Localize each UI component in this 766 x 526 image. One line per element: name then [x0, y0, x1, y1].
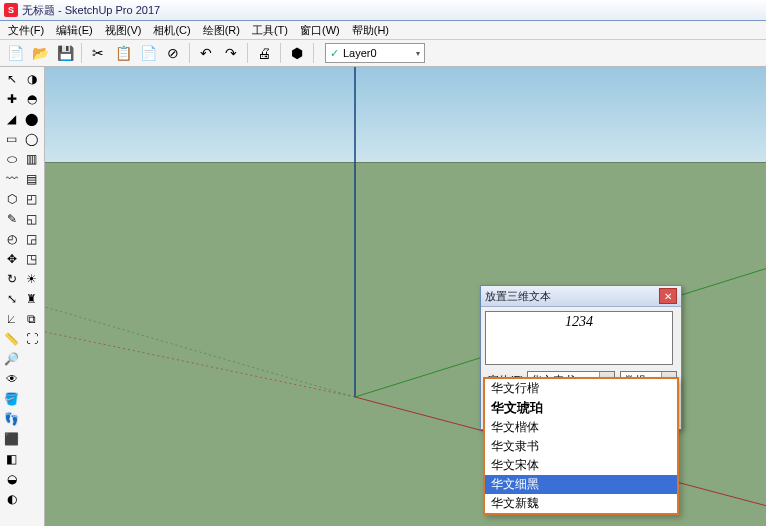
window-title: 无标题 - SketchUp Pro 2017 — [22, 3, 160, 18]
tool-button[interactable]: ◴ — [2, 229, 21, 248]
font-option[interactable]: 华文琥珀 — [485, 398, 677, 418]
menu-item[interactable]: 视图(V) — [99, 21, 148, 40]
tool-button[interactable]: ▭ — [2, 129, 21, 148]
tool-button[interactable]: ◑ — [22, 69, 41, 88]
tool-button[interactable]: ↖ — [2, 69, 21, 88]
tool-button[interactable]: ◳ — [22, 249, 41, 268]
separator — [247, 43, 248, 63]
delete-button[interactable]: ⊘ — [162, 42, 184, 64]
tool-button[interactable]: ◢ — [2, 109, 21, 128]
tool-button[interactable]: ☀ — [22, 269, 41, 288]
separator — [189, 43, 190, 63]
separator — [280, 43, 281, 63]
separator — [313, 43, 314, 63]
tool-button[interactable]: ✎ — [2, 209, 21, 228]
tool-button[interactable]: 〰 — [2, 169, 21, 188]
redo-button[interactable]: ↷ — [220, 42, 242, 64]
font-option[interactable]: 华文宋体 — [485, 456, 677, 475]
font-option[interactable]: 华文楷体 — [485, 418, 677, 437]
tool-button[interactable]: 🪣 — [2, 389, 21, 408]
tool-button[interactable]: ◐ — [2, 489, 21, 508]
menu-item[interactable]: 文件(F) — [2, 21, 50, 40]
main-toolbar: 📄 📂 💾 ✂ 📋 📄 ⊘ ↶ ↷ 🖨 ⬢ ✓ Layer0 ▾ — [0, 40, 766, 67]
cut-button[interactable]: ✂ — [87, 42, 109, 64]
menu-item[interactable]: 帮助(H) — [346, 21, 395, 40]
layer-dropdown[interactable]: ✓ Layer0 ▾ — [325, 43, 425, 63]
layer-visible-check: ✓ — [330, 47, 339, 60]
tool-button[interactable]: ✚ — [2, 89, 21, 108]
tool-button[interactable]: ⬛ — [2, 429, 21, 448]
tool-button[interactable]: ⤡ — [2, 289, 21, 308]
paste-button[interactable]: 📄 — [137, 42, 159, 64]
green-axis-negative — [45, 307, 355, 397]
text-input[interactable]: 1234 — [485, 311, 673, 365]
open-button[interactable]: 📂 — [29, 42, 51, 64]
font-option[interactable]: 华文行楷 — [485, 379, 677, 398]
window-titlebar: S 无标题 - SketchUp Pro 2017 — [0, 0, 766, 21]
tool-button[interactable]: ✥ — [2, 249, 21, 268]
tool-button[interactable]: 📏 — [2, 329, 21, 348]
separator — [81, 43, 82, 63]
tool-button[interactable]: ⧉ — [22, 309, 41, 328]
tool-button[interactable]: ⟀ — [2, 309, 21, 328]
menu-item[interactable]: 绘图(R) — [197, 21, 246, 40]
dialog-title-text: 放置三维文本 — [485, 289, 551, 304]
tool-button[interactable]: ↻ — [2, 269, 21, 288]
tool-button[interactable]: ⬡ — [2, 189, 21, 208]
tool-button[interactable]: ◰ — [22, 189, 41, 208]
tool-button[interactable]: ⬤ — [22, 109, 41, 128]
tool-button[interactable]: ◧ — [2, 449, 21, 468]
tool-button[interactable]: ♜ — [22, 289, 41, 308]
menu-item[interactable]: 相机(C) — [147, 21, 196, 40]
print-button[interactable]: 🖨 — [253, 42, 275, 64]
tool-button[interactable]: 👁 — [2, 369, 21, 388]
tool-button[interactable]: ◱ — [22, 209, 41, 228]
tool-button[interactable]: ◒ — [2, 469, 21, 488]
red-axis-negative — [45, 332, 355, 397]
model-viewport[interactable]: 放置三维文本 ✕ 1234 字体(F) 华文素书 ▾ 常规 ▾ — [45, 67, 766, 526]
tool-button[interactable]: 🔎 — [2, 349, 21, 368]
menu-item[interactable]: 窗口(W) — [294, 21, 346, 40]
chevron-down-icon: ▾ — [416, 49, 420, 58]
font-option[interactable]: 华文细黑 — [485, 475, 677, 494]
tool-button[interactable]: ◲ — [22, 229, 41, 248]
undo-button[interactable]: ↶ — [195, 42, 217, 64]
copy-button[interactable]: 📋 — [112, 42, 134, 64]
menu-bar: 文件(F)编辑(E)视图(V)相机(C)绘图(R)工具(T)窗口(W)帮助(H) — [0, 21, 766, 40]
new-button[interactable]: 📄 — [4, 42, 26, 64]
app-icon: S — [4, 3, 18, 17]
tool-button[interactable]: 👣 — [2, 409, 21, 428]
menu-item[interactable]: 工具(T) — [246, 21, 294, 40]
dialog-titlebar[interactable]: 放置三维文本 ✕ — [481, 286, 681, 307]
tool-button[interactable]: ▥ — [22, 149, 41, 168]
tool-button[interactable]: ▤ — [22, 169, 41, 188]
layer-name: Layer0 — [343, 47, 377, 59]
tool-button[interactable]: ⬭ — [2, 149, 21, 168]
tool-button[interactable]: ⛶ — [22, 329, 41, 348]
save-button[interactable]: 💾 — [54, 42, 76, 64]
dialog-close-button[interactable]: ✕ — [659, 288, 677, 304]
tool-palette: ↖✚◢▭⬭〰⬡✎◴✥↻⤡⟀📏🔎👁🪣👣⬛◧◒◐◑◓⬤◯▥▤◰◱◲◳☀♜⧉⛶ — [0, 67, 45, 526]
tool-button[interactable]: ◯ — [22, 129, 41, 148]
menu-item[interactable]: 编辑(E) — [50, 21, 99, 40]
font-dropdown-list[interactable]: 华文行楷华文琥珀华文楷体华文隶书华文宋体华文细黑华文新魏 — [483, 377, 679, 515]
font-option[interactable]: 华文新魏 — [485, 494, 677, 513]
tool-button[interactable]: ◓ — [22, 89, 41, 108]
font-option[interactable]: 华文隶书 — [485, 437, 677, 456]
model-info-button[interactable]: ⬢ — [286, 42, 308, 64]
